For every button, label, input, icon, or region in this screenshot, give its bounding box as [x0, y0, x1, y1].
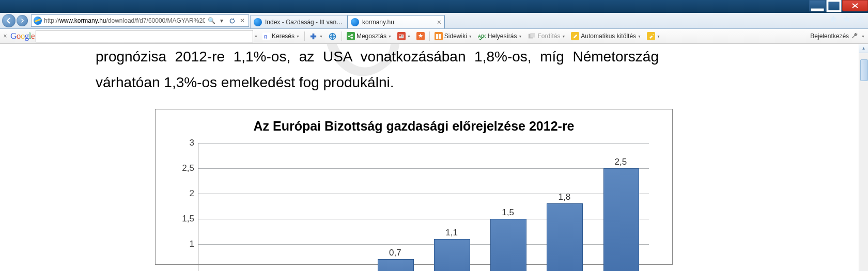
google-autofill-button[interactable]: Automatikus kitöltés ▼	[569, 31, 643, 41]
tab-favicon-icon	[254, 18, 262, 26]
chart-bar	[434, 239, 470, 271]
chart-bar	[547, 203, 583, 271]
document-viewport: ÓS prognózisa 2012-re 1,1%-os, az USA vo…	[0, 44, 868, 271]
google-search-label: Keresés	[272, 33, 295, 40]
translate-icon	[528, 32, 536, 40]
svg-rect-14	[311, 35, 316, 37]
chart-ytick-label: 2	[174, 188, 194, 199]
chart-gridline	[198, 143, 649, 144]
chevron-down-icon: ▼	[319, 35, 323, 38]
dropdown-icon[interactable]: ▾	[218, 17, 226, 25]
chart-gridline	[198, 194, 649, 194]
tab-label: Index - Gazdaság - Itt van Mat...	[265, 19, 344, 26]
window-minimize-button[interactable]	[809, 0, 826, 11]
highlighter-icon	[647, 32, 655, 40]
scroll-up-button[interactable]: ▲	[859, 44, 868, 53]
chart-bar-value-label: 0,7	[389, 248, 401, 258]
tab-close-icon[interactable]: ×	[437, 19, 441, 26]
svg-rect-26	[531, 33, 535, 38]
chart-bar	[603, 168, 640, 271]
document-page: prognózisa 2012-re 1,1%-os, az USA vonat…	[67, 44, 692, 265]
google-toolbar-close-icon[interactable]: ×	[0, 33, 10, 40]
svg-line-10	[862, 17, 863, 18]
svg-line-7	[858, 17, 859, 18]
chart-ytick-label: 1	[174, 239, 194, 249]
chart-bar-value-label: 1,1	[445, 228, 458, 238]
chevron-down-icon: ▼	[296, 35, 300, 38]
spellcheck-icon: ABC	[478, 32, 486, 40]
tab-label: kormany.hu	[362, 19, 437, 26]
svg-point-17	[351, 34, 353, 36]
chart-container: Az Európai Bizottság gazdasági előrejelz…	[155, 109, 673, 265]
refresh-icon[interactable]	[228, 17, 236, 25]
google-search-button[interactable]: g Keresés ▼	[260, 31, 302, 41]
chart-bar-value-label: 1,8	[558, 192, 570, 202]
google-bookmarks-button[interactable]	[414, 31, 427, 41]
svg-rect-0	[811, 8, 824, 11]
command-bar	[829, 14, 865, 24]
google-sidewiki-label: Sidewiki	[444, 33, 467, 40]
nav-back-button[interactable]	[2, 14, 16, 27]
chart-bar-value-label: 2,5	[615, 157, 627, 167]
chart-ytick-label: 2,5	[174, 163, 194, 173]
tab-strip: Index - Gazdaság - Itt van Mat... korman…	[250, 13, 444, 28]
chart-bar	[490, 219, 526, 271]
window-controls	[809, 0, 868, 11]
toolbar-separator	[342, 31, 342, 41]
svg-rect-22	[402, 36, 404, 36]
google-globe-button[interactable]	[327, 31, 339, 41]
google-autofill-label: Automatikus kitöltés	[581, 33, 636, 40]
svg-point-18	[351, 37, 353, 39]
chevron-down-icon: ▼	[518, 35, 522, 38]
address-bar[interactable]: http://www.kormany.hu/download/f/d7/6000…	[31, 14, 249, 27]
toolbar-separator	[429, 31, 430, 41]
svg-line-8	[862, 21, 863, 22]
svg-rect-21	[402, 35, 404, 35]
home-icon[interactable]	[829, 14, 838, 24]
search-icon[interactable]: 🔍	[207, 17, 215, 25]
google-sidewiki-button[interactable]: Sidewiki ▼	[432, 31, 474, 41]
ie-favicon-icon	[34, 17, 42, 25]
tab-index-gazdasag[interactable]: Index - Gazdaság - Itt van Mat...	[250, 15, 348, 28]
scrollbar-thumb[interactable]	[860, 59, 868, 81]
google-share-label: Megosztás	[357, 33, 386, 40]
google-news-button[interactable]: ▼	[395, 31, 413, 41]
tab-favicon-icon	[351, 18, 359, 26]
vertical-scrollbar[interactable]: ▲	[859, 44, 868, 271]
google-toolbar-items: g Keresés ▼ ▼ Megosztás ▼	[260, 31, 662, 41]
plus-icon	[309, 32, 318, 40]
google-signin-link[interactable]: Bejelentkezés	[810, 33, 849, 40]
news-icon	[397, 32, 406, 40]
chevron-down-icon[interactable]: ▼	[861, 35, 865, 38]
chevron-down-icon: ▼	[657, 35, 660, 38]
tools-gear-icon[interactable]	[856, 14, 865, 24]
chart-title: Az Európai Bizottság gazdasági előrejelz…	[156, 119, 672, 134]
google-toolbar-right: Bejelentkezés ▼	[810, 32, 865, 40]
chart-ytick-label: 1,5	[174, 214, 194, 224]
chart-plot-area: 11,522,530,71,11,51,82,5	[198, 143, 649, 264]
chart-bar	[378, 259, 414, 271]
favorites-icon[interactable]	[842, 14, 851, 24]
svg-line-9	[858, 21, 859, 22]
google-share-button[interactable]: Megosztás ▼	[345, 31, 394, 41]
chart-bar-value-label: 1,5	[502, 208, 514, 218]
chevron-down-icon: ▼	[407, 35, 411, 38]
window-close-button[interactable]	[842, 0, 868, 11]
google-search-input[interactable]	[36, 30, 253, 42]
stop-icon[interactable]: ✕	[238, 17, 246, 25]
tab-kormany-hu[interactable]: kormany.hu ×	[347, 15, 445, 28]
document-paragraph: prognózisa 2012-re 1,1%-os, az USA vonat…	[67, 44, 692, 96]
wrench-settings-icon[interactable]	[851, 32, 859, 40]
google-translate-button[interactable]: Fordítás ▼	[525, 31, 567, 41]
address-bar-url: http://www.kormany.hu/download/f/d7/6000…	[44, 17, 205, 24]
google-translate-label: Fordítás	[537, 33, 560, 40]
google-highlight-button[interactable]: ▼	[645, 31, 662, 41]
share-icon	[347, 32, 355, 40]
google-plus-button[interactable]: ▼	[307, 31, 325, 41]
google-spellcheck-button[interactable]: ABC Helyesírás ▼	[476, 31, 524, 41]
google-search-dropdown-icon[interactable]: ▼	[254, 35, 258, 38]
nav-forward-button[interactable]	[17, 15, 28, 26]
bookmark-star-icon	[416, 32, 425, 40]
chevron-down-icon: ▼	[638, 35, 641, 38]
window-maximize-button[interactable]	[826, 0, 842, 11]
